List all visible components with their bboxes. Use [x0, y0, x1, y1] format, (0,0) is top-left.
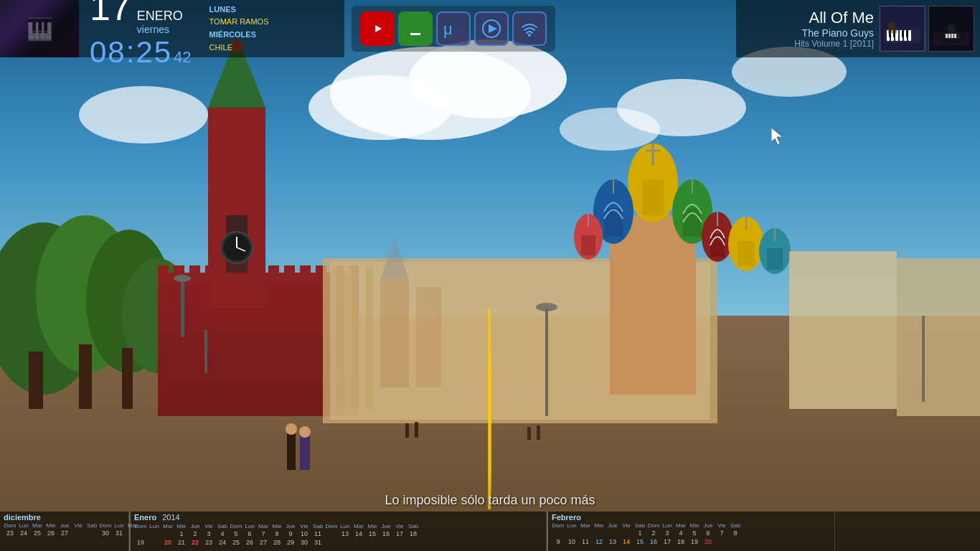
- svg-rect-117: [948, 34, 951, 38]
- svg-rect-75: [415, 422, 418, 438]
- wifi-icon: [519, 19, 540, 39]
- svg-rect-51: [642, 179, 664, 215]
- task-day1: LUNES: [209, 4, 269, 17]
- svg-rect-46: [337, 265, 344, 409]
- year-label: 2014: [162, 513, 179, 522]
- svg-rect-41: [181, 280, 184, 337]
- calendar-december: diciembre Dom Lun Mar Mie Jue Vie Sab Do…: [0, 512, 129, 551]
- album-thumb-2[interactable]: [928, 6, 974, 52]
- svg-rect-55: [604, 208, 623, 237]
- svg-point-80: [286, 423, 297, 435]
- task-item1: TOMAR RAMOS: [209, 16, 269, 29]
- svg-rect-16: [122, 348, 133, 409]
- svg-rect-86: [545, 309, 548, 416]
- febrero-label: Febrero: [552, 513, 831, 522]
- svg-point-3: [308, 75, 452, 140]
- calendar-bar: diciembre Dom Lun Mar Mie Jue Vie Sab Do…: [0, 512, 980, 551]
- download-icon: [405, 19, 425, 39]
- svg-rect-88: [922, 316, 925, 402]
- svg-rect-70: [767, 248, 783, 270]
- clock-weekday: viernes: [137, 24, 183, 35]
- clock-day-number: 17: [90, 0, 131, 26]
- svg-rect-14: [29, 352, 43, 409]
- download-button[interactable]: [398, 11, 433, 46]
- track-title: All Of Me: [742, 9, 874, 27]
- piano-icon: 🎹: [27, 17, 53, 42]
- wifi-button[interactable]: [512, 11, 547, 46]
- svg-rect-93: [410, 33, 420, 35]
- svg-rect-21: [189, 265, 200, 280]
- task-item2: CHILE: [209, 42, 269, 55]
- youtube-button[interactable]: [360, 11, 395, 46]
- svg-rect-108: [902, 30, 904, 37]
- svg-rect-48: [366, 265, 373, 409]
- svg-rect-116: [946, 34, 948, 38]
- svg-rect-74: [405, 423, 409, 438]
- svg-rect-19: [158, 265, 169, 280]
- svg-rect-118: [951, 34, 953, 38]
- svg-rect-77: [537, 425, 540, 440]
- svg-rect-85: [416, 287, 441, 387]
- media-bar: μ: [352, 6, 555, 52]
- svg-rect-119: [954, 34, 956, 38]
- torrent-button[interactable]: μ: [436, 11, 471, 46]
- svg-rect-109: [906, 30, 908, 37]
- svg-rect-28: [300, 265, 311, 280]
- svg-rect-15: [79, 344, 92, 409]
- task-day2: MIÉRCOLES: [209, 29, 269, 42]
- calendar-febrero: Febrero Dom Lun Mar Mie Jue Vie Sab Dom …: [548, 512, 835, 551]
- svg-rect-61: [581, 235, 595, 255]
- album-thumbnails: [880, 6, 974, 52]
- play-button[interactable]: [474, 11, 509, 46]
- tasks-section: LUNES TOMAR RAMOS MIÉRCOLES CHILE: [202, 0, 276, 57]
- svg-rect-105: [908, 30, 911, 41]
- now-playing-text: All Of Me The Piano Guys Hits Volume 1 […: [742, 9, 874, 49]
- motivational-text: Lo imposible sólo tarda un poco más: [385, 493, 595, 508]
- svg-rect-91: [405, 19, 425, 39]
- play-icon: [481, 19, 501, 39]
- clock-time-hm: 08:25: [90, 35, 172, 70]
- calendar-enero: Enero 2014 Dom Lun Mar Mie Jue Vie Sab D…: [131, 512, 547, 551]
- clock-panel: 🎹 17 Enero viernes 08:25 42 LUNES TOMAR …: [0, 0, 344, 57]
- svg-rect-79: [300, 434, 310, 470]
- svg-point-4: [79, 86, 208, 143]
- svg-point-42: [174, 275, 191, 282]
- svg-text:μ: μ: [443, 20, 453, 38]
- svg-marker-96: [489, 24, 497, 33]
- svg-point-7: [617, 79, 746, 136]
- svg-point-97: [528, 34, 531, 37]
- youtube-icon: [367, 22, 387, 36]
- svg-point-81: [299, 426, 311, 438]
- svg-rect-27: [284, 265, 295, 280]
- svg-point-120: [947, 24, 956, 33]
- svg-rect-73: [897, 258, 980, 416]
- svg-rect-111: [888, 27, 897, 33]
- svg-rect-49: [610, 215, 696, 395]
- svg-rect-83: [380, 280, 409, 387]
- december-label: diciembre: [4, 513, 125, 522]
- enero-label: Enero: [134, 513, 156, 522]
- svg-rect-32: [208, 108, 265, 309]
- track-album: Hits Volume 1 [2011]: [742, 39, 874, 49]
- svg-rect-76: [527, 427, 531, 440]
- svg-point-87: [536, 303, 557, 311]
- album-thumb-1[interactable]: [880, 6, 925, 52]
- now-playing-panel[interactable]: All Of Me The Piano Guys Hits Volume 1 […: [736, 0, 980, 57]
- svg-rect-64: [710, 234, 725, 257]
- torrent-icon: μ: [443, 19, 463, 39]
- svg-rect-43: [204, 330, 207, 373]
- svg-rect-78: [287, 430, 296, 470]
- svg-rect-72: [789, 251, 897, 409]
- svg-rect-26: [268, 265, 279, 280]
- svg-rect-67: [738, 241, 755, 267]
- road-divider: [489, 329, 491, 508]
- track-artist: The Piano Guys: [742, 27, 874, 39]
- clock-section: 17 Enero viernes 08:25 42: [79, 0, 202, 73]
- svg-rect-47: [352, 265, 359, 409]
- clock-seconds: 42: [174, 48, 191, 67]
- clock-month: Enero: [137, 9, 183, 24]
- music-thumbnail[interactable]: 🎹: [0, 0, 79, 57]
